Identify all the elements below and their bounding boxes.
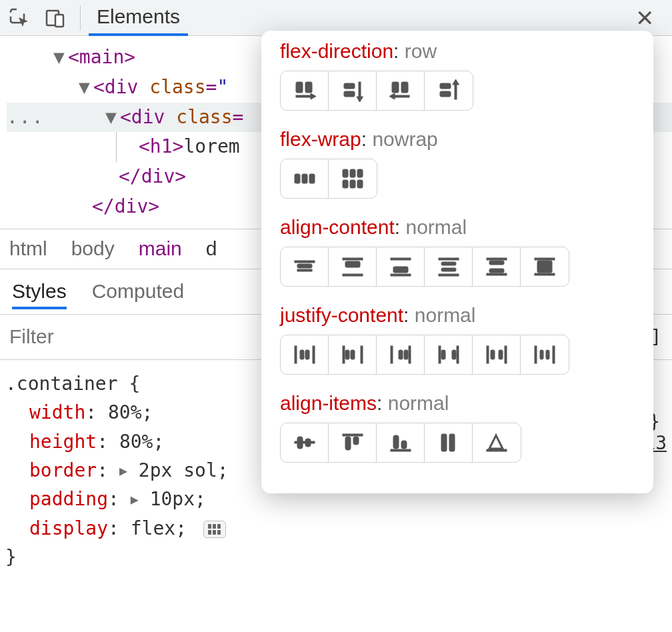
- css-selector[interactable]: .container {: [5, 373, 140, 395]
- close-icon[interactable]: ✕: [631, 4, 659, 32]
- flex-option-jc-around[interactable]: [473, 335, 521, 374]
- flex-option-ai-end[interactable]: [377, 423, 425, 462]
- tab-computed[interactable]: Computed: [92, 280, 184, 303]
- flex-option-ac-stretch[interactable]: [521, 247, 569, 286]
- flex-option-ac-between[interactable]: [473, 247, 521, 286]
- flex-option-jc-between[interactable]: [425, 335, 473, 374]
- flex-option-ac-end[interactable]: [377, 247, 425, 286]
- tab-styles[interactable]: Styles: [12, 273, 67, 309]
- flex-option-ai-start[interactable]: [329, 423, 377, 462]
- flex-option-fw-wrap[interactable]: [329, 159, 377, 198]
- flex-option-fd-col-rev[interactable]: [425, 71, 473, 110]
- flex-option-fd-col[interactable]: [329, 71, 377, 110]
- breadcrumb-truncated[interactable]: d: [206, 237, 217, 260]
- flex-option-ai-center[interactable]: [281, 423, 329, 462]
- flex-option-ai-stretch[interactable]: [425, 423, 473, 462]
- flex-option-jc-start[interactable]: [329, 335, 377, 374]
- flex-option-fd-row-rev[interactable]: [377, 71, 425, 110]
- flex-section-flex-direction: flex-direction: row: [280, 40, 635, 111]
- flex-option-jc-evenly[interactable]: [521, 335, 569, 374]
- flex-section-flex-wrap: flex-wrap: nowrap: [280, 128, 635, 199]
- flex-option-fd-row[interactable]: [281, 71, 329, 110]
- ellipsis-icon[interactable]: ...: [4, 103, 33, 133]
- flex-options-row: [280, 159, 377, 199]
- flex-option-jc-center[interactable]: [281, 335, 329, 374]
- flex-section-justify-content: justify-content: normal: [280, 304, 635, 375]
- device-toolbar-icon[interactable]: [41, 4, 69, 32]
- breadcrumb-main[interactable]: main: [139, 237, 182, 260]
- flex-option-jc-end[interactable]: [377, 335, 425, 374]
- breadcrumb-body[interactable]: body: [71, 237, 115, 260]
- flex-section-title: align-items: normal: [280, 392, 635, 415]
- flex-options-row: [280, 335, 569, 375]
- flex-option-ai-baseline[interactable]: [473, 423, 521, 462]
- css-decl-display[interactable]: display: flex;: [5, 514, 664, 543]
- flex-options-row: [280, 423, 521, 463]
- breadcrumb-html[interactable]: html: [9, 237, 47, 260]
- flex-section-align-content: align-content: normal: [280, 216, 635, 287]
- flex-option-ac-around[interactable]: [425, 247, 473, 286]
- flex-option-ac-center[interactable]: [281, 247, 329, 286]
- flex-options-row: [280, 71, 473, 111]
- flex-section-title: flex-direction: row: [280, 40, 635, 63]
- flex-section-title: align-content: normal: [280, 216, 635, 239]
- flex-options-row: [280, 247, 569, 287]
- flex-section-align-items: align-items: normal: [280, 392, 635, 463]
- flex-section-title: flex-wrap: nowrap: [280, 128, 635, 151]
- flex-option-ac-start[interactable]: [329, 247, 377, 286]
- flex-option-fw-nowrap[interactable]: [281, 159, 329, 198]
- flex-section-title: justify-content: normal: [280, 304, 635, 327]
- inspect-element-icon[interactable]: [5, 4, 33, 32]
- svg-rect-90: [55, 15, 63, 27]
- flex-editor-chip-icon[interactable]: [203, 521, 226, 538]
- toolbar-separator: [80, 5, 81, 31]
- flex-editor-popover: flex-direction: rowflex-wrap: nowrapalig…: [261, 31, 653, 493]
- tab-elements[interactable]: Elements: [89, 0, 188, 36]
- css-brace-close: }: [5, 543, 664, 571]
